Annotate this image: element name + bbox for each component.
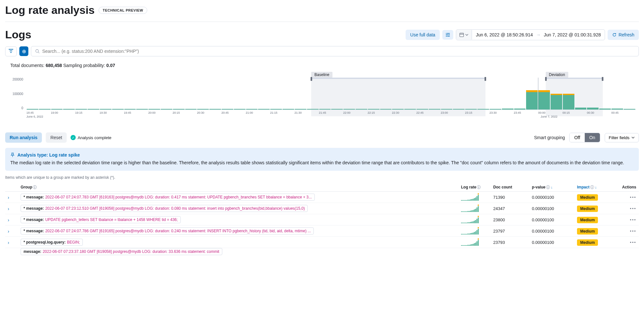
row-actions-button[interactable]: •••	[630, 195, 636, 200]
calendar-icon	[459, 33, 464, 37]
options-button[interactable]	[442, 30, 453, 40]
col-impact[interactable]: Impacti↓	[574, 183, 613, 192]
table-row: › * message: UPDATE pgbench_tellers SET …	[5, 214, 639, 225]
svg-rect-6	[460, 33, 464, 36]
expand-button[interactable]: ›	[8, 195, 9, 200]
svg-line-9	[38, 52, 40, 53]
p-value-cell: 0.00000100	[529, 214, 574, 225]
run-analysis-button[interactable]: Run analysis	[5, 132, 42, 143]
smart-grouping-toggle[interactable]: Off On	[569, 133, 600, 142]
svg-rect-4	[446, 36, 447, 36]
expand-button[interactable]: ›	[8, 206, 9, 211]
x-axis: 18:4519:0019:1519:3019:4520:0020:1520:30…	[26, 111, 636, 114]
expand-button[interactable]: ›	[8, 240, 9, 245]
chart-bars	[26, 78, 636, 110]
impact-cell: Medium	[574, 214, 613, 225]
col-doc-count[interactable]: Doc count	[491, 183, 529, 192]
p-value-cell: 0.00000100	[529, 192, 574, 203]
col-actions: Actions	[613, 183, 639, 192]
row-actions-button[interactable]: •••	[630, 217, 636, 222]
search-icon	[35, 49, 40, 53]
date-range-picker[interactable]: Jun 6, 2022 @ 18:50:26.914 → Jun 7, 2022…	[456, 29, 605, 40]
svg-rect-5	[447, 36, 450, 36]
check-icon: ✓	[71, 135, 76, 140]
calendar-button[interactable]	[456, 30, 472, 40]
row-actions-button[interactable]: •••	[630, 229, 636, 234]
preview-badge: TECHNICAL PREVIEW	[99, 7, 148, 14]
doc-count-cell: 24347	[491, 203, 529, 214]
add-filter-button[interactable]: ⊕	[19, 46, 28, 56]
impact-cell: Medium	[574, 237, 613, 248]
reset-button[interactable]: Reset	[46, 132, 67, 143]
analysis-callout: Analysis type: Log rate spike The median…	[5, 148, 639, 171]
table-row: › * message: 2022-06-07 07:24:07.783 GMT…	[5, 192, 639, 203]
svg-rect-3	[448, 34, 450, 35]
divider	[5, 22, 639, 22]
results-table: Groupi Log ratei Doc count p-valuei↓ Imp…	[5, 183, 639, 257]
svg-point-8	[36, 50, 39, 53]
log-rate-cell	[458, 192, 491, 203]
log-rate-cell	[458, 225, 491, 237]
baseline-label: Baseline	[311, 72, 332, 78]
doc-count-cell: 23800	[491, 214, 529, 225]
impact-cell: Medium	[574, 203, 613, 214]
doc-count-cell: 71390	[491, 192, 529, 203]
analysis-status: ✓ Analysis complete	[71, 135, 111, 140]
group-cell: * message: 2022-06-07 07:24:07.783 GMT […	[18, 192, 458, 203]
log-rate-chart[interactable]: 200000 100000 0 Baseline Deviation 18:45…	[5, 72, 639, 127]
stats-row: Total documents: 680,458 Sampling probab…	[5, 63, 639, 68]
svg-rect-0	[446, 33, 447, 34]
table-row: › * message: 2022-06-07 07:23:12.510 GMT…	[5, 203, 639, 214]
table-row: message: 2022-06-07 07:23:37.180 GMT [61…	[5, 248, 639, 257]
deviation-label: Deviation	[546, 72, 568, 78]
svg-rect-1	[447, 33, 450, 34]
section-title: Logs	[5, 28, 31, 41]
row-actions-button[interactable]: •••	[630, 206, 636, 211]
expand-button[interactable]: ›	[8, 229, 9, 234]
col-group[interactable]: Groupi	[18, 183, 458, 192]
chevron-down-icon	[631, 136, 635, 139]
x-sub-2: June 7, 2022	[541, 115, 557, 118]
page-title: Log rate analysis	[5, 4, 95, 16]
doc-count-cell: 23797	[491, 225, 529, 237]
search-box[interactable]	[31, 46, 639, 56]
group-cell: * postgresql.log.query: BEGIN;	[18, 237, 458, 248]
expand-button[interactable]: ›	[8, 217, 9, 223]
row-actions-button[interactable]: •••	[630, 240, 636, 245]
date-to: Jun 7, 2022 @ 01:00:31.928	[544, 32, 601, 37]
filter-icon	[9, 49, 13, 53]
plus-icon: ⊕	[22, 48, 26, 54]
arrow-right-icon: →	[536, 32, 541, 37]
use-full-data-button[interactable]: Use full data	[406, 30, 440, 40]
svg-rect-2	[446, 34, 448, 35]
search-input[interactable]	[42, 49, 635, 54]
toggle-off[interactable]: Off	[570, 133, 584, 142]
pin-icon	[10, 153, 15, 157]
group-cell: * message: UPDATE pgbench_tellers SET tb…	[18, 214, 458, 225]
col-p-value[interactable]: p-valuei↓	[529, 183, 574, 192]
chevron-down-icon	[465, 33, 468, 36]
group-cell: * message: 2022-06-07 07:24:07.786 GMT […	[18, 225, 458, 237]
date-from: Jun 6, 2022 @ 18:50:26.914	[476, 32, 533, 37]
filter-button[interactable]	[5, 46, 17, 56]
impact-cell: Medium	[574, 225, 613, 237]
toggle-on[interactable]: On	[585, 133, 600, 142]
log-rate-cell	[458, 237, 491, 248]
p-value-cell: 0.00000100	[529, 237, 574, 248]
table-row: › * postgresql.log.query: BEGIN; 23793 0…	[5, 237, 639, 248]
x-sub-1: June 6, 2022	[26, 115, 43, 118]
filter-fields-button[interactable]: Filter fields	[605, 133, 639, 142]
group-cell: * message: 2022-06-07 07:23:12.510 GMT […	[18, 203, 458, 214]
refresh-button[interactable]: Refresh	[608, 30, 639, 40]
sliders-icon	[446, 33, 450, 37]
p-value-cell: 0.00000100	[529, 225, 574, 237]
p-value-cell: 0.00000100	[529, 203, 574, 214]
log-rate-cell	[458, 214, 491, 225]
y-axis: 200000 100000 0	[5, 78, 23, 110]
impact-cell: Medium	[574, 192, 613, 203]
col-log-rate[interactable]: Log ratei	[458, 183, 491, 192]
group-note: Items which are unique to a group are ma…	[5, 175, 639, 180]
table-row: › * message: 2022-06-07 07:24:07.786 GMT…	[5, 225, 639, 237]
refresh-icon	[612, 33, 617, 37]
smart-grouping-label: Smart grouping	[534, 135, 565, 140]
